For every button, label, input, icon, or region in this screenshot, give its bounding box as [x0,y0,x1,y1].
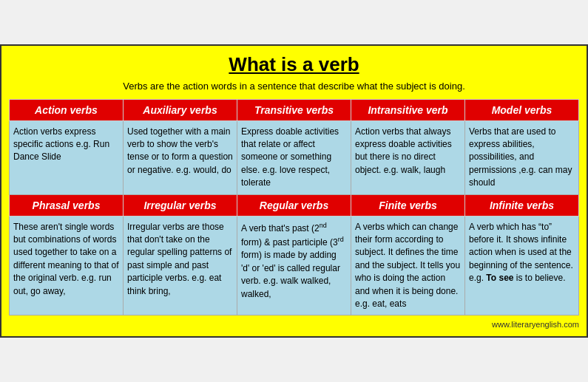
header-intransitive-verb: Intransitive verb [351,99,465,120]
header-action-verbs: Action verbs [10,99,124,120]
header-irregular-verbs: Irregular verbs [124,194,237,216]
main-card: What is a verb Verbs are the action word… [0,44,588,338]
header-finite-verbs: Finite verbs [351,194,465,216]
header-transitive-verbs: Transitive verbs [237,99,351,120]
cell-infinite-verbs: A verb which has “to” before it. It show… [465,216,579,316]
cell-auxiliary-verbs: Used together with a main verb to show t… [124,120,237,194]
header-model-verbs: Model verbs [465,99,579,120]
cell-irregular-verbs: Irregular verbs are those that don't tak… [124,216,237,316]
website-link: www.literaryenglish.com [9,320,579,329]
cell-transitive-verbs: Express doable activities that relate or… [237,120,351,194]
subtitle-text: Verbs are the action words in a sentence… [9,81,579,92]
page-title: What is a verb [9,53,579,76]
cell-phrasal-verbs: These aren't single words but combinatio… [10,216,124,316]
cell-regular-verbs: A verb that's past (2nd form) & past par… [237,216,351,316]
cell-intransitive-verb: Action verbs that always express doable … [351,120,465,194]
header-regular-verbs: Regular verbs [237,194,351,216]
header-infinite-verbs: Infinite verbs [465,194,579,216]
cell-model-verbs: Verbs that are used to express abilities… [465,120,579,194]
header-auxiliary-verbs: Auxiliary verbs [124,99,237,120]
header-phrasal-verbs: Phrasal verbs [10,194,124,216]
header-row-1: Action verbs Auxiliary verbs Transitive … [10,99,579,120]
data-row-1: Action verbs express specific actions e.… [10,120,579,194]
header-row-2: Phrasal verbs Irregular verbs Regular ve… [10,194,579,216]
verb-table: Action verbs Auxiliary verbs Transitive … [9,99,579,316]
cell-action-verbs: Action verbs express specific actions e.… [10,120,124,194]
cell-finite-verbs: A verbs which can change their form acco… [351,216,465,316]
data-row-2: These aren't single words but combinatio… [10,216,579,316]
